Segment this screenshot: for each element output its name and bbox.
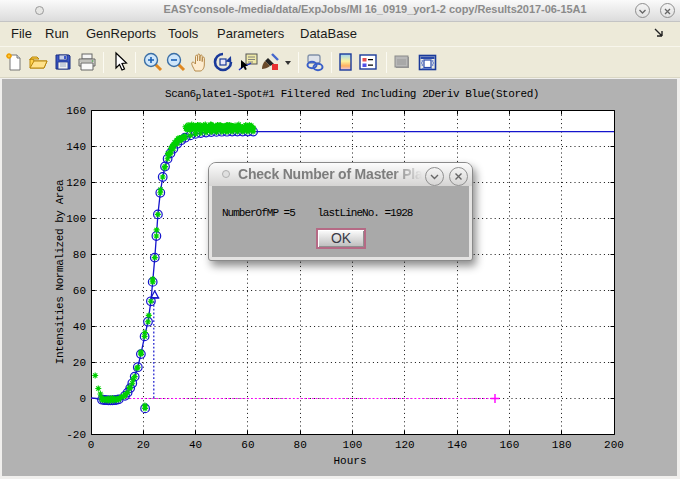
svg-text:40: 40: [73, 321, 86, 333]
svg-text:40: 40: [189, 439, 202, 451]
svg-text:140: 140: [66, 141, 86, 153]
svg-text:Hours: Hours: [333, 455, 366, 467]
svg-text:60: 60: [241, 439, 254, 451]
svg-text:120: 120: [395, 439, 415, 451]
svg-text:120: 120: [66, 177, 86, 189]
svg-text:-20: -20: [66, 429, 86, 441]
svg-text:200: 200: [604, 439, 624, 451]
svg-text:160: 160: [499, 439, 519, 451]
svg-text:100: 100: [343, 439, 363, 451]
svg-text:20: 20: [73, 357, 86, 369]
svg-text:20: 20: [137, 439, 150, 451]
svg-text:160: 160: [66, 105, 86, 117]
svg-text:100: 100: [66, 213, 86, 225]
svg-text:Scan6plate1-Spot#1 Filtered Re: Scan6plate1-Spot#1 Filtered Red Includin…: [165, 88, 539, 102]
svg-text:0: 0: [88, 439, 95, 451]
svg-text:60: 60: [73, 285, 86, 297]
svg-text:80: 80: [73, 249, 86, 261]
svg-text:180: 180: [552, 439, 572, 451]
svg-text:80: 80: [294, 439, 307, 451]
svg-text:140: 140: [447, 439, 467, 451]
svg-text:0: 0: [79, 393, 86, 405]
svg-text:Intensities Normalized by Area: Intensities Normalized by Area: [54, 179, 66, 364]
